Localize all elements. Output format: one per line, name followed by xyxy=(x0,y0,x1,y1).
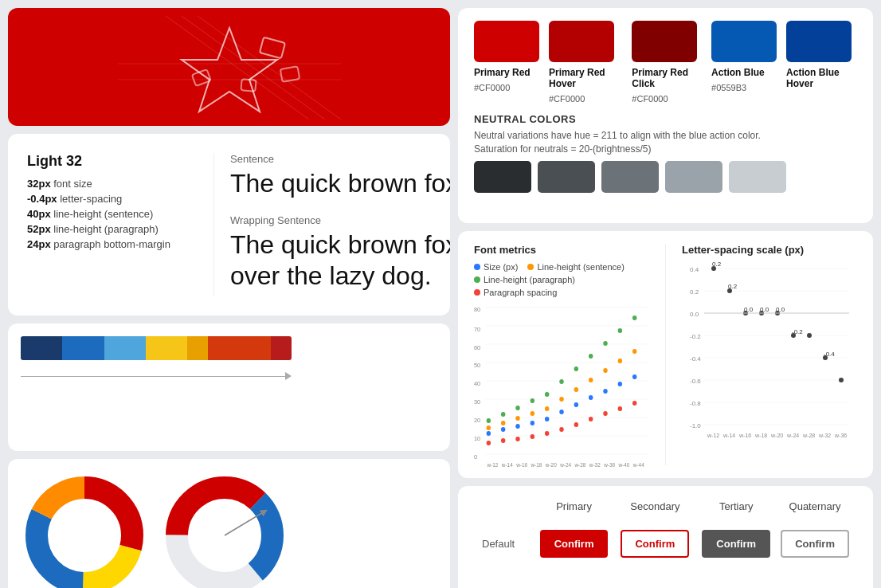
red-card xyxy=(8,8,450,126)
swatch-primary-red-hover: Primary Red Hover #CF0000 xyxy=(549,21,622,104)
svg-point-62 xyxy=(501,421,506,425)
charts-card: Font metrics Size (px) Line-height (sent… xyxy=(458,231,873,478)
quaternary-confirm-button[interactable]: Confirm xyxy=(781,530,849,558)
svg-point-72 xyxy=(487,418,491,423)
swatch-action-blue-hover: Action Blue Hover xyxy=(786,21,857,104)
colors-card: Primary Red #CF0000 Primary Red Hover #C… xyxy=(458,8,873,223)
svg-text:w-20: w-20 xyxy=(545,462,557,468)
svg-point-89 xyxy=(574,422,579,427)
tertiary-confirm-button[interactable]: Confirm xyxy=(702,530,770,558)
svg-point-81 xyxy=(618,328,623,333)
swatch-primary-red: Primary Red #CF0000 xyxy=(474,21,539,104)
swatch-name-action-blue-hover: Action Blue Hover xyxy=(786,67,857,89)
svg-text:0: 0 xyxy=(474,453,477,461)
svg-point-55 xyxy=(559,410,564,414)
col-header-quaternary: Quaternary xyxy=(777,500,852,522)
svg-point-80 xyxy=(603,341,608,346)
svg-point-118 xyxy=(727,288,732,293)
svg-point-82 xyxy=(632,316,637,320)
svg-text:w-20: w-20 xyxy=(770,433,783,438)
svg-rect-1 xyxy=(259,37,284,59)
svg-text:30: 30 xyxy=(474,398,480,406)
swatch-primary-red-click: Primary Red Click #CF0000 xyxy=(632,21,702,104)
primary-confirm-button[interactable]: Confirm xyxy=(540,530,609,558)
neutral-swatch-3 xyxy=(601,161,659,193)
legend-ps: Paragraph spacing xyxy=(474,288,557,297)
bar-seg-2 xyxy=(62,336,104,360)
svg-rect-3 xyxy=(241,79,256,92)
buttons-card: Primary Secondary Tertiary Quaternary De… xyxy=(458,486,873,588)
svg-point-75 xyxy=(531,398,535,403)
neutral-swatches xyxy=(474,161,857,193)
svg-point-84 xyxy=(501,438,506,443)
cell-tertiary-default[interactable]: Confirm xyxy=(696,523,776,564)
letter-spacing-title: Letter-spacing scale (px) xyxy=(682,244,857,256)
svg-text:40: 40 xyxy=(474,380,480,387)
svg-point-57 xyxy=(589,395,593,400)
svg-point-64 xyxy=(531,411,535,416)
swatch-hex-action-blue: #0559B3 xyxy=(711,83,777,92)
bar-seg-5 xyxy=(187,336,208,360)
neutral-swatch-4 xyxy=(665,161,722,193)
svg-point-76 xyxy=(545,392,550,397)
typo-title: Light 32 xyxy=(27,153,194,170)
neutral-swatch-5 xyxy=(729,161,786,193)
secondary-confirm-button[interactable]: Confirm xyxy=(621,530,689,558)
bar-seg-1 xyxy=(21,336,62,360)
neutral-title: NEUTRAL COLORS xyxy=(474,113,857,125)
bar-seg-4 xyxy=(146,336,187,360)
legend-lhs: Line-height (sentence) xyxy=(527,262,624,272)
swatch-hex-primary-red-hover: #CF0000 xyxy=(549,94,622,104)
swatch-name-primary-red-click: Primary Red Click xyxy=(632,67,702,89)
swatch-hex-primary-red-click: #CF0000 xyxy=(632,94,702,104)
cell-secondary-default[interactable]: Confirm xyxy=(615,523,695,564)
svg-point-93 xyxy=(632,401,637,406)
svg-point-73 xyxy=(501,412,506,417)
svg-text:w-40: w-40 xyxy=(618,462,630,468)
svg-point-77 xyxy=(559,379,564,384)
bar-seg-6 xyxy=(208,336,270,360)
neutral-desc-1: Neutral variations have hue = 211 to ali… xyxy=(474,130,857,141)
svg-point-117 xyxy=(711,266,716,271)
svg-text:w-18: w-18 xyxy=(531,462,542,468)
svg-text:w-32: w-32 xyxy=(589,462,601,468)
wrap-label: Wrapping Sentence xyxy=(230,214,450,226)
cell-primary-default[interactable]: Confirm xyxy=(534,523,614,564)
svg-text:-0.8: -0.8 xyxy=(690,400,701,407)
sentence-sample: The quick brown fox ju xyxy=(230,168,450,198)
svg-point-87 xyxy=(545,431,550,436)
legend-label-size: Size (px) xyxy=(484,262,518,272)
donut-1 xyxy=(21,472,148,588)
row-label-default: Default xyxy=(479,523,533,564)
col-header-secondary: Secondary xyxy=(615,500,695,522)
svg-text:w-16: w-16 xyxy=(738,433,751,438)
bar-seg-7 xyxy=(271,336,292,360)
legend-dot-size xyxy=(474,264,480,270)
swatch-name-action-blue: Action Blue xyxy=(711,67,777,78)
svg-point-61 xyxy=(487,425,491,430)
letter-spacing-area: 0.4 0.2 0.0 -0.2 -0.4 -0.6 -0.8 -1.0 xyxy=(682,262,857,437)
svg-point-79 xyxy=(589,354,593,359)
svg-point-85 xyxy=(515,437,520,441)
svg-text:w-14: w-14 xyxy=(501,462,513,468)
svg-point-15 xyxy=(59,510,110,561)
svg-point-122 xyxy=(791,333,796,338)
svg-point-53 xyxy=(531,421,535,425)
arrow-head xyxy=(285,372,292,380)
btn-row-default: Default Confirm Confirm Confirm Confirm xyxy=(479,523,852,564)
svg-text:w-18: w-18 xyxy=(754,433,767,438)
svg-text:w-36: w-36 xyxy=(603,462,615,468)
svg-line-7 xyxy=(198,16,341,120)
swatch-action-blue: Action Blue #0559B3 xyxy=(711,21,777,104)
svg-text:0.2: 0.2 xyxy=(690,288,699,296)
svg-text:10: 10 xyxy=(474,435,480,442)
col-header-tertiary: Tertiary xyxy=(696,500,776,522)
arrow-row xyxy=(21,370,292,382)
svg-text:w-24: w-24 xyxy=(559,462,571,468)
cell-quaternary-default[interactable]: Confirm xyxy=(777,523,852,564)
neutral-swatch-2 xyxy=(538,161,595,193)
svg-point-124 xyxy=(823,355,828,360)
neutral-swatch-1 xyxy=(474,161,531,193)
legend-label-ps: Paragraph spacing xyxy=(484,288,557,297)
swatch-box-primary-red-hover xyxy=(549,21,614,62)
